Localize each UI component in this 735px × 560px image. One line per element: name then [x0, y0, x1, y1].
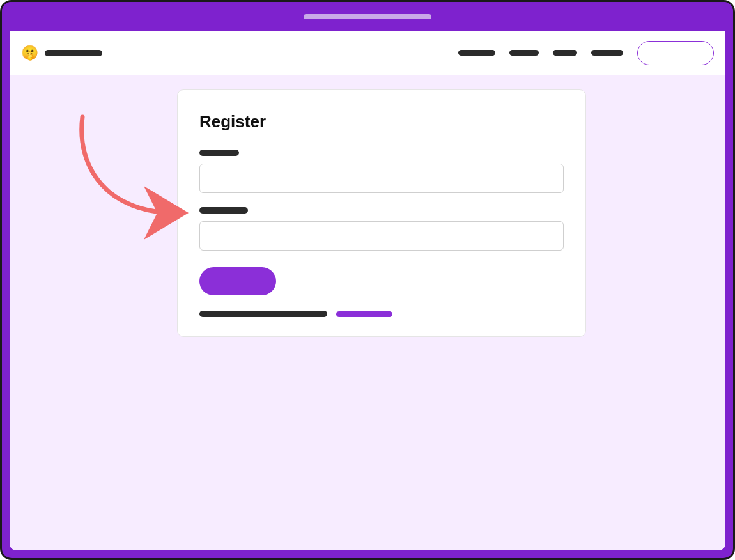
url-bar[interactable] [304, 14, 431, 19]
register-footer [199, 311, 564, 317]
field-2-label [199, 207, 248, 214]
brand-label [45, 50, 102, 56]
navbar: 🤫 [10, 31, 725, 75]
app-viewport: 🤫 Register [10, 31, 725, 550]
register-submit-button[interactable] [199, 267, 276, 295]
footer-text [199, 311, 327, 317]
field-2-input[interactable] [199, 221, 564, 251]
browser-chrome-top [2, 2, 733, 31]
page-body: Register [10, 75, 725, 351]
brand[interactable]: 🤫 [21, 46, 102, 60]
field-1-label [199, 150, 239, 156]
browser-window: 🤫 Register [0, 0, 735, 560]
nav-cta-button[interactable] [637, 41, 714, 65]
nav-right [458, 41, 714, 65]
field-1-input[interactable] [199, 164, 564, 193]
footer-link[interactable] [336, 311, 392, 317]
register-card: Register [177, 89, 586, 337]
nav-link-4[interactable] [591, 50, 623, 56]
shushing-face-icon: 🤫 [21, 46, 38, 60]
nav-link-1[interactable] [458, 50, 495, 56]
register-title: Register [199, 112, 564, 132]
nav-link-2[interactable] [509, 50, 539, 56]
nav-link-3[interactable] [553, 50, 577, 56]
